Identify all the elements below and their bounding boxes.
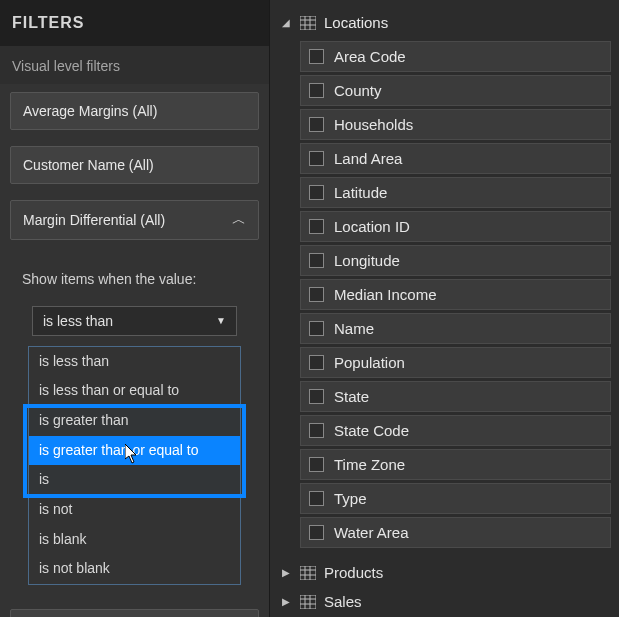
operator-option[interactable]: is <box>29 465 240 495</box>
field-label: Longitude <box>334 252 400 269</box>
table-icon <box>300 566 316 580</box>
show-items-label: Show items when the value: <box>10 256 259 294</box>
field-label: Location ID <box>334 218 410 235</box>
field-row[interactable]: County <box>300 75 611 106</box>
group-label: Products <box>324 564 383 581</box>
field-row[interactable]: Population <box>300 347 611 378</box>
field-checkbox[interactable] <box>309 287 324 302</box>
filters-header: FILTERS <box>0 0 269 46</box>
field-label: Latitude <box>334 184 387 201</box>
field-row[interactable]: Type <box>300 483 611 514</box>
field-checkbox[interactable] <box>309 185 324 200</box>
field-checkbox[interactable] <box>309 457 324 472</box>
group-header-products[interactable]: ▶ Products <box>278 558 611 587</box>
field-checkbox[interactable] <box>309 525 324 540</box>
field-label: State <box>334 388 369 405</box>
table-icon <box>300 16 316 30</box>
filter-card-label: Customer Name (All) <box>23 157 154 173</box>
field-label: County <box>334 82 382 99</box>
operator-option[interactable]: is not <box>29 495 240 525</box>
field-row[interactable]: Time Zone <box>300 449 611 480</box>
field-row[interactable]: Households <box>300 109 611 140</box>
svg-rect-0 <box>300 16 316 30</box>
operator-dropdown: is less thanis less than or equal tois g… <box>28 346 241 586</box>
fields-panel: ◢ Locations Area CodeCountyHouseholdsLan… <box>270 0 619 617</box>
operator-option[interactable]: is greater than or equal to <box>29 436 240 466</box>
svg-rect-5 <box>300 566 316 580</box>
expand-icon: ▶ <box>282 596 292 607</box>
filters-panel: FILTERS Visual level filters Average Mar… <box>0 0 270 617</box>
group-header-locations[interactable]: ◢ Locations <box>278 8 611 37</box>
chevron-down-icon: ▼ <box>216 315 226 326</box>
operator-option[interactable]: is greater than <box>29 406 240 436</box>
field-row[interactable]: State <box>300 381 611 412</box>
field-row[interactable]: Longitude <box>300 245 611 276</box>
field-label: Median Income <box>334 286 437 303</box>
operator-option[interactable]: is less than or equal to <box>29 376 240 406</box>
svg-rect-10 <box>300 595 316 609</box>
field-row[interactable]: Median Income <box>300 279 611 310</box>
operator-select[interactable]: is less than ▼ <box>32 306 237 336</box>
field-label: Time Zone <box>334 456 405 473</box>
field-label: Name <box>334 320 374 337</box>
field-checkbox[interactable] <box>309 151 324 166</box>
field-label: Households <box>334 116 413 133</box>
chevron-up-icon: ︿ <box>232 211 246 229</box>
field-label: Population <box>334 354 405 371</box>
field-checkbox[interactable] <box>309 491 324 506</box>
field-checkbox[interactable] <box>309 83 324 98</box>
collapse-icon: ◢ <box>282 17 292 28</box>
field-row[interactable]: Name <box>300 313 611 344</box>
field-label: Area Code <box>334 48 406 65</box>
group-header-sales[interactable]: ▶ Sales <box>278 587 611 616</box>
field-label: Land Area <box>334 150 402 167</box>
visual-level-filters-label: Visual level filters <box>0 46 269 84</box>
field-row[interactable]: Latitude <box>300 177 611 208</box>
operator-option[interactable]: is less than <box>29 347 240 377</box>
group-label: Locations <box>324 14 388 31</box>
field-checkbox[interactable] <box>309 389 324 404</box>
filter-card-label: Average Margins (All) <box>23 103 157 119</box>
field-label: Type <box>334 490 367 507</box>
field-label: State Code <box>334 422 409 439</box>
filter-card-customer-name[interactable]: Customer Name (All) <box>10 146 259 184</box>
group-label: Sales <box>324 593 362 610</box>
field-row[interactable]: Area Code <box>300 41 611 72</box>
filter-card-margin-differential[interactable]: Margin Differential (All) ︿ <box>10 200 259 240</box>
filter-card-profit-margins[interactable]: Profit Margins (All) <box>10 609 259 617</box>
field-checkbox[interactable] <box>309 49 324 64</box>
filter-card-label: Margin Differential (All) <box>23 212 165 228</box>
expand-icon: ▶ <box>282 567 292 578</box>
filter-expanded-body: Show items when the value: is less than … <box>10 256 259 591</box>
table-icon <box>300 595 316 609</box>
operator-option[interactable]: is blank <box>29 525 240 555</box>
field-checkbox[interactable] <box>309 117 324 132</box>
field-checkbox[interactable] <box>309 219 324 234</box>
field-row[interactable]: Location ID <box>300 211 611 242</box>
field-checkbox[interactable] <box>309 253 324 268</box>
field-row[interactable]: State Code <box>300 415 611 446</box>
operator-select-value: is less than <box>43 313 113 329</box>
field-row[interactable]: Water Area <box>300 517 611 548</box>
locations-field-list: Area CodeCountyHouseholdsLand AreaLatitu… <box>278 41 611 548</box>
filter-card-average-margins[interactable]: Average Margins (All) <box>10 92 259 130</box>
field-label: Water Area <box>334 524 408 541</box>
field-checkbox[interactable] <box>309 423 324 438</box>
field-row[interactable]: Land Area <box>300 143 611 174</box>
field-checkbox[interactable] <box>309 321 324 336</box>
field-checkbox[interactable] <box>309 355 324 370</box>
operator-option[interactable]: is not blank <box>29 554 240 584</box>
